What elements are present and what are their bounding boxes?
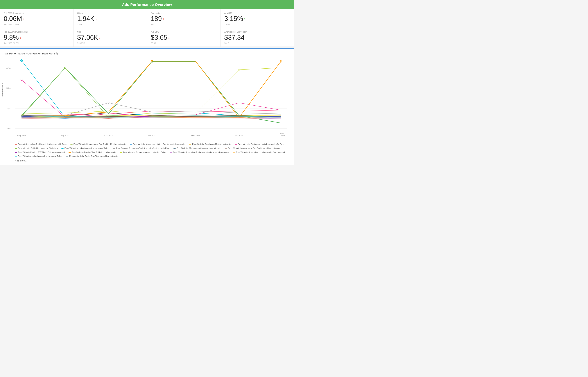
metric-card: Clicks 1.94K↓ 3.36K xyxy=(73,9,147,28)
legend-item: Free Website Posting Tool Publish on all… xyxy=(68,151,116,154)
legend-item: Easy Website Management One Tool for mul… xyxy=(130,142,185,146)
metrics-block: Feb 2023: Impressions 0.06M↓ Jan 2023: 0… xyxy=(0,9,294,47)
legend-label: Easy Website monitoring on all networks … xyxy=(65,147,110,150)
arrow-down-icon: ↓ xyxy=(163,17,164,21)
metric-value: $37.34↑ xyxy=(224,34,290,41)
metric-card: Avg Cost Per Conversion $37.34↑ $31.51 xyxy=(221,28,294,47)
legend-color xyxy=(170,152,172,153)
legend-color xyxy=(225,148,227,149)
metric-card: Feb 2023: Conversion Rate 9.8%↓ Jan 2023… xyxy=(0,28,73,47)
legend-label: Free Website Scheduling on all networks … xyxy=(236,151,285,154)
legend-label: Content Scheduling Tool Schedule Content… xyxy=(18,142,67,146)
legend-area: Content Scheduling Tool Schedule Content… xyxy=(15,142,290,163)
metric-label: Feb 2023: Impressions xyxy=(4,12,70,14)
legend-label: Manage Website Easily One Tool for multi… xyxy=(69,154,118,158)
legend-color xyxy=(70,144,73,144)
metric-card: Avg CTR 3.15%↑ 2.97% xyxy=(221,9,294,28)
legend-row: Content Scheduling Tool Schedule Content… xyxy=(15,142,290,146)
metrics-row-1: Feb 2023: Impressions 0.06M↓ Jan 2023: 0… xyxy=(0,9,294,28)
legend-label: Easy Website Management One Tool for mul… xyxy=(133,142,185,146)
page-container: Ads Performance Overview Feb 2023: Impre… xyxy=(0,0,294,165)
legend-item: Easy Website Posting on Multiple Network… xyxy=(189,142,231,146)
metric-prev: $31.51 xyxy=(224,42,290,44)
metric-value: 3.15%↑ xyxy=(224,15,290,23)
metric-card: Feb 2023: Impressions 0.06M↓ Jan 2023: 0… xyxy=(0,9,73,28)
metric-prev: 414 xyxy=(151,23,217,25)
legend-label: Free Website Management One Tool for mul… xyxy=(228,147,280,150)
chart-section: Ads Performance - Conversion Rate Monthl… xyxy=(0,48,294,165)
arrow-down-icon: ↓ xyxy=(95,17,97,21)
metrics-row-2: Feb 2023: Conversion Rate 9.8%↓ Jan 2023… xyxy=(0,28,294,47)
metric-value: 1.94K↓ xyxy=(77,15,143,23)
metric-label: Clicks xyxy=(77,12,143,14)
legend-label: Free Content Scheduling Tool Schedule Co… xyxy=(116,147,170,150)
metric-prev: $13.05K xyxy=(77,42,143,44)
legend-color xyxy=(233,152,235,153)
legend-item: Easy Website monitoring on all networks … xyxy=(61,147,110,150)
legend-row: Easy Website Publishing on all the Websi… xyxy=(15,147,290,150)
metric-label: Cost xyxy=(77,31,143,33)
metric-label: Conversions xyxy=(151,12,217,14)
legend-color xyxy=(15,152,17,153)
metric-card: Avg CPC $3.65↓ $3.88 xyxy=(147,28,221,47)
legend-color xyxy=(173,148,176,149)
legend-label: Easy Website Publishing on all the Websi… xyxy=(18,147,58,150)
arrow-down-icon: ↓ xyxy=(23,17,25,21)
metric-label: Avg CTR xyxy=(224,12,290,14)
chart-title: Ads Performance - Conversion Rate Monthl… xyxy=(4,52,290,55)
arrow-down-icon: ↓ xyxy=(168,35,170,40)
metric-value: 189↓ xyxy=(151,15,217,23)
legend-label: Free Website monitoring on all networks … xyxy=(18,154,62,158)
legend-color xyxy=(66,156,68,157)
legend-item: Free Website Management Manage your Webs… xyxy=(173,147,221,150)
metric-prev: 3.36K xyxy=(77,23,143,25)
legend-item: Free Website Scheduling Auto post using … xyxy=(120,151,166,154)
legend-item: Free Content Scheduling Tool Schedule Co… xyxy=(113,147,170,150)
legend-label: Easy Website Management One Tool for Mul… xyxy=(73,142,126,146)
legend-color xyxy=(68,152,71,153)
metric-prev: Jan 2023: 12.3% xyxy=(4,42,70,44)
y-axis-label: Conversion Rate xyxy=(1,83,3,98)
metric-value: $3.65↓ xyxy=(151,34,217,41)
chart-area: Conversion Rate 10% 34% 58% 82% Aug 2022… xyxy=(4,59,290,136)
metric-label: Avg Cost Per Conversion xyxy=(224,31,290,33)
legend-item: Free Website Scheduling Tool Automatical… xyxy=(170,151,229,154)
metric-card: Conversions 189↓ 414 xyxy=(147,9,221,28)
legend-item: Free Website monitoring on all networks … xyxy=(15,154,62,158)
legend-color xyxy=(130,144,132,144)
metric-prev: 2.97% xyxy=(224,23,290,25)
chart-svg xyxy=(15,59,287,132)
legend-color xyxy=(189,144,191,144)
arrow-down-icon: ↓ xyxy=(99,35,101,40)
legend-label: Easy Website Posting on Multiple Network… xyxy=(192,142,231,146)
legend-label: Free Website Scheduling Auto post using … xyxy=(123,151,166,154)
legend-color xyxy=(15,144,17,144)
page-header: Ads Performance Overview xyxy=(0,0,294,9)
arrow-up-icon: ↑ xyxy=(244,17,246,21)
legend-color xyxy=(113,148,115,149)
metric-card: Cost $7.06K↓ $13.05K xyxy=(73,28,147,47)
legend-label: Free Website Posting Tool Publish on all… xyxy=(72,151,116,154)
metric-value: 9.8%↓ xyxy=(4,34,70,41)
legend-item: Free Website Posting S/W That YOU always… xyxy=(15,151,65,154)
header-title: Ads Performance Overview xyxy=(122,3,172,7)
legend-item: Easy Website Management One Tool for Mul… xyxy=(70,142,126,146)
legend-color xyxy=(15,156,17,157)
more-items-link[interactable]: + 36 more... xyxy=(15,159,290,163)
legend-label: Free Website Management Manage your Webs… xyxy=(177,147,221,150)
legend-item: Manage Website Easily One Tool for multi… xyxy=(66,154,118,158)
metric-prev: $3.88 xyxy=(151,42,217,44)
legend-item: Content Scheduling Tool Schedule Content… xyxy=(15,142,67,146)
legend-item: Free Website Scheduling on all networks … xyxy=(233,151,285,154)
arrow-down-icon: ↓ xyxy=(20,35,21,40)
chart-container: 10% 34% 58% 82% Aug 2022 Sep 2022 Oct 20… xyxy=(15,59,287,132)
metric-value: $7.06K↓ xyxy=(77,34,143,41)
metric-value: 0.06M↓ xyxy=(4,15,70,23)
arrow-up-icon: ↑ xyxy=(245,35,247,40)
legend-label: Easy Website Posting on multiple network… xyxy=(238,142,284,146)
legend-item: Easy Website Posting on multiple network… xyxy=(235,142,284,146)
legend-color xyxy=(61,148,64,149)
legend-color xyxy=(120,152,122,153)
legend-label: Free Website Scheduling Tool Automatical… xyxy=(173,151,229,154)
legend-color xyxy=(235,144,237,144)
